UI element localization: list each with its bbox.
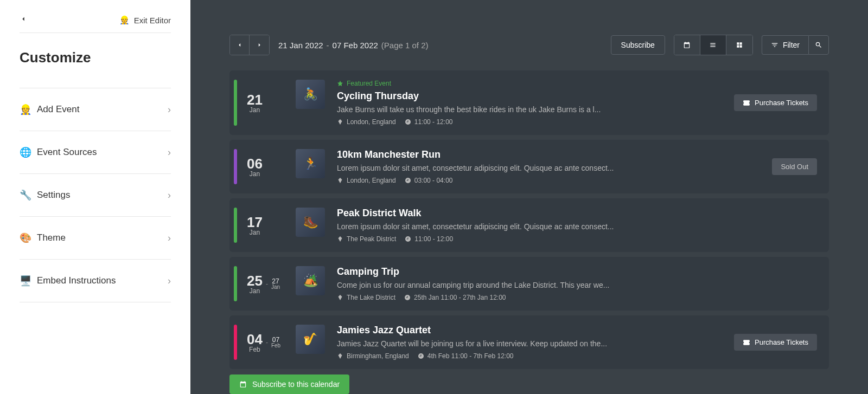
sidebar: 👷 Exit Editor Customize 👷Add Event › 🌐Ev… xyxy=(0,0,190,394)
search-button[interactable] xyxy=(808,35,829,55)
event-description: Jake Burns will take us through the best… xyxy=(337,105,723,114)
sidebar-item-add-event[interactable]: 👷Add Event › xyxy=(20,88,171,131)
calendar-view-button[interactable] xyxy=(674,35,700,55)
monitor-icon: 🖥️ xyxy=(20,275,31,287)
event-body: Featured EventCycling ThursdayJake Burns… xyxy=(337,80,723,126)
event-day: 21 xyxy=(247,93,263,107)
event-date-block: 04Feb-07Feb xyxy=(247,325,296,360)
grid-icon xyxy=(736,41,743,49)
date-nav-group xyxy=(229,35,270,55)
chevron-right-icon: › xyxy=(168,147,171,158)
event-thumbnail: 🚴 xyxy=(296,80,325,109)
chevron-right-icon: › xyxy=(168,232,171,244)
subscribe-calendar-button[interactable]: Subscribe to this calendar xyxy=(229,374,349,394)
event-card[interactable]: 25Jan-27Jan🏕️Camping TripCome join us fo… xyxy=(229,257,829,311)
sidebar-item-settings[interactable]: 🔧Settings › xyxy=(20,174,171,217)
event-end-day: 07 xyxy=(272,337,279,343)
event-location: Birmingham, England xyxy=(337,352,409,360)
clock-icon xyxy=(405,119,411,125)
next-button[interactable] xyxy=(250,35,269,55)
ticket-icon xyxy=(743,99,750,107)
chevron-left-icon xyxy=(20,15,27,23)
event-month: Jan xyxy=(250,288,260,294)
list-icon xyxy=(709,41,717,49)
date-range-display: 21 Jan 2022 - 07 Feb 2022 (Page 1 of 2) xyxy=(278,41,429,50)
event-title: Peak District Walk xyxy=(337,208,817,219)
sidebar-item-event-sources[interactable]: 🌐Event Sources › xyxy=(20,131,171,174)
event-color-bar xyxy=(234,325,237,360)
caret-left-icon xyxy=(236,41,244,49)
location-icon xyxy=(337,353,343,359)
event-thumbnail: 🏃 xyxy=(296,149,325,178)
event-card[interactable]: 21Jan🚴Featured EventCycling ThursdayJake… xyxy=(229,70,829,135)
event-card[interactable]: 06Jan🏃10km Manchester RunLorem ipsum dol… xyxy=(229,140,829,193)
event-meta: London, England 11:00 - 12:00 xyxy=(337,118,723,126)
ticket-icon xyxy=(743,339,750,346)
event-description: Lorem ipsum dolor sit amet, consectetur … xyxy=(337,222,817,231)
purchase-tickets-button[interactable]: Purchase Tickets xyxy=(734,334,817,351)
list-view-button[interactable] xyxy=(700,35,726,55)
location-icon xyxy=(337,119,343,125)
sidebar-item-label: Settings xyxy=(37,190,70,201)
event-title: Jamies Jazz Quartet xyxy=(337,325,723,336)
event-description: Jamies Jazz Quartet will be joining us f… xyxy=(337,339,723,348)
globe-icon: 🌐 xyxy=(20,146,31,158)
prev-button[interactable] xyxy=(230,35,250,55)
subscribe-button[interactable]: Subscribe xyxy=(611,35,665,55)
exit-editor-link[interactable]: 👷 Exit Editor xyxy=(119,15,171,25)
exit-editor-label: Exit Editor xyxy=(134,16,171,25)
location-icon xyxy=(337,294,343,301)
event-end-month: Feb xyxy=(271,343,280,348)
calendar-icon xyxy=(683,41,691,49)
view-toggle-group xyxy=(674,35,753,55)
event-body: Camping TripCome join us for our annual … xyxy=(337,266,817,301)
event-card[interactable]: 17Jan🥾Peak District WalkLorem ipsum dolo… xyxy=(229,198,829,252)
event-title: Cycling Thursday xyxy=(337,91,723,102)
palette-icon: 🎨 xyxy=(20,232,31,244)
chevron-right-icon: › xyxy=(168,275,171,287)
event-location: London, England xyxy=(337,118,396,126)
purchase-tickets-button[interactable]: Purchase Tickets xyxy=(734,94,817,111)
featured-label: Featured Event xyxy=(347,80,391,87)
date-range-separator: - xyxy=(266,280,268,288)
event-day: 17 xyxy=(247,215,263,229)
event-color-bar xyxy=(234,80,237,126)
event-day: 25 xyxy=(247,274,263,288)
event-description: Lorem ipsum dolor sit amet, consectetur … xyxy=(337,164,761,172)
event-thumbnail: 🎷 xyxy=(296,325,325,354)
event-action: Purchase Tickets xyxy=(734,80,817,126)
date-from: 21 Jan 2022 xyxy=(278,41,323,50)
sidebar-item-theme[interactable]: 🎨Theme › xyxy=(20,217,171,260)
grid-view-button[interactable] xyxy=(726,35,752,55)
subscribe-calendar-label: Subscribe to this calendar xyxy=(252,380,340,389)
search-icon xyxy=(815,41,822,49)
event-date-block: 17Jan xyxy=(247,208,296,243)
page-info: (Page 1 of 2) xyxy=(381,41,429,50)
filter-button[interactable]: Filter xyxy=(762,35,808,55)
back-button[interactable] xyxy=(20,15,27,25)
event-month: Jan xyxy=(250,107,260,113)
star-icon xyxy=(337,80,343,87)
sold-out-badge: Sold Out xyxy=(772,158,817,175)
event-meta: London, England 03:00 - 04:00 xyxy=(337,177,761,184)
sidebar-item-label: Event Sources xyxy=(37,147,97,158)
event-body: 10km Manchester RunLorem ipsum dolor sit… xyxy=(337,149,761,184)
filter-group: Filter xyxy=(762,35,829,55)
event-title: 10km Manchester Run xyxy=(337,149,761,160)
add-event-icon: 👷 xyxy=(20,104,31,115)
event-action: Sold Out xyxy=(772,149,817,184)
calendar-plus-icon xyxy=(239,380,247,388)
event-body: Jamies Jazz QuartetJamies Jazz Quartet w… xyxy=(337,325,723,360)
clock-icon xyxy=(418,353,424,359)
event-color-bar xyxy=(234,149,237,184)
date-to: 07 Feb 2022 xyxy=(333,41,378,50)
event-day: 04 xyxy=(247,332,263,346)
event-color-bar xyxy=(234,208,237,243)
sidebar-title: Customize xyxy=(20,49,171,66)
event-color-bar xyxy=(234,266,237,301)
event-card[interactable]: 04Feb-07Feb🎷Jamies Jazz QuartetJamies Ja… xyxy=(229,315,829,369)
sidebar-item-embed[interactable]: 🖥️Embed Instructions › xyxy=(20,260,171,302)
filter-icon xyxy=(771,41,778,49)
clock-icon xyxy=(404,294,411,301)
event-thumbnail: 🏕️ xyxy=(296,266,325,295)
